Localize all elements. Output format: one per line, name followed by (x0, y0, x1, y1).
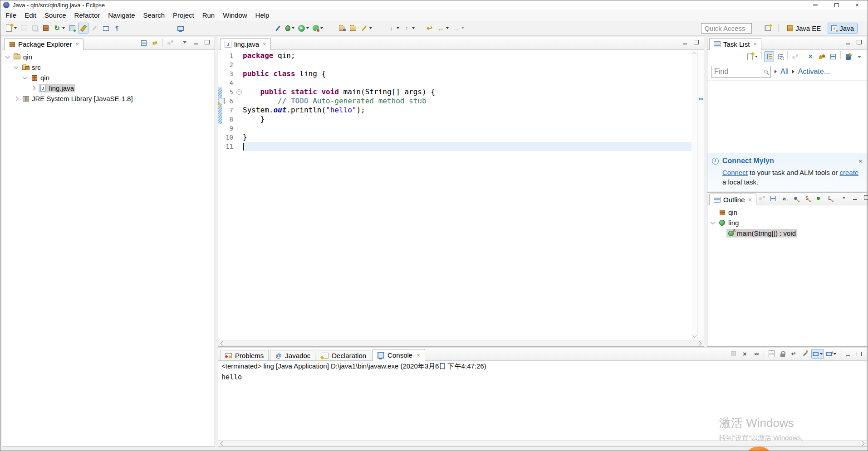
pin-console-button[interactable] (800, 349, 810, 359)
menu-source[interactable]: Source (40, 10, 70, 21)
menu-run[interactable]: Run (198, 10, 219, 21)
code-line-4[interactable]: 4 (218, 78, 691, 87)
code-line-7[interactable]: 7System.out.println("hello"); (218, 106, 691, 115)
close-icon[interactable]: × (858, 158, 862, 165)
chevron-down-icon[interactable] (711, 220, 715, 224)
run-button[interactable] (297, 23, 310, 34)
tree-item-qin[interactable]: qin (2, 73, 215, 83)
maximize-button[interactable] (854, 37, 864, 48)
run-external-tools-button[interactable] (311, 23, 324, 34)
tab-outline[interactable]: Outline × (709, 194, 756, 205)
minimize-button[interactable] (680, 37, 690, 48)
maximize-button[interactable] (691, 37, 701, 48)
terminate-button[interactable] (728, 349, 739, 359)
close-icon[interactable]: × (417, 352, 420, 359)
tab-task-list[interactable]: Task List × (709, 38, 761, 50)
search-button[interactable] (78, 23, 88, 34)
previous-annotation-button[interactable] (402, 23, 416, 34)
tab-declaration[interactable]: Declaration (317, 350, 371, 361)
maximize-button[interactable] (854, 349, 864, 359)
tree-item-ling-java[interactable]: Jling.java (2, 83, 215, 93)
code-line-9[interactable]: 9 (218, 124, 691, 133)
menu-navigate[interactable]: Navigate (104, 10, 139, 21)
code-line-3[interactable]: 3public class ling { (218, 69, 691, 78)
new-java-ee-resource-button[interactable] (67, 23, 77, 34)
tree-item-qin[interactable]: qin (707, 207, 867, 218)
hide-non-public-members-button[interactable] (813, 194, 824, 203)
dropdown-arrow-icon[interactable] (14, 27, 17, 29)
maximize-window-button[interactable] (826, 0, 847, 10)
open-task-button[interactable] (337, 23, 347, 34)
all-link[interactable]: All (780, 68, 789, 76)
word-wrap-button[interactable] (789, 349, 799, 359)
debug-button[interactable] (284, 23, 296, 34)
close-window-button[interactable]: × (847, 0, 868, 10)
focus-on-workweek-button[interactable] (790, 51, 800, 62)
next-annotation-button[interactable] (386, 23, 401, 34)
close-icon[interactable]: × (749, 196, 752, 203)
remove-all-terminated-launches-button[interactable] (751, 349, 761, 359)
tree-item-qin[interactable]: qin (2, 52, 215, 62)
close-icon[interactable]: × (753, 41, 757, 48)
code-line-2[interactable]: 2 (218, 60, 691, 69)
dropdown-arrow-icon[interactable] (320, 27, 323, 29)
last-edit-location-button[interactable] (424, 23, 435, 34)
editor-vertical-scrollbar[interactable] (691, 50, 697, 340)
overview-ruler[interactable] (697, 50, 704, 340)
close-icon[interactable]: × (75, 41, 79, 48)
tree-item-ling[interactable]: ling (707, 218, 867, 228)
dropdown-arrow-icon[interactable] (412, 27, 415, 29)
forward-button[interactable] (451, 23, 466, 34)
minimize-button[interactable] (850, 192, 860, 203)
maximize-button[interactable] (861, 192, 868, 203)
dropdown-arrow-icon[interactable] (306, 27, 309, 29)
new-task-button[interactable] (745, 51, 759, 62)
dropdown-arrow-icon[interactable] (446, 27, 449, 29)
clear-console-button[interactable] (766, 349, 777, 359)
focus-on-active-task-button[interactable] (757, 194, 767, 203)
new-java-package-button[interactable] (41, 23, 51, 34)
scroll-right-icon[interactable] (697, 341, 702, 346)
collapse-all-button[interactable] (768, 194, 778, 203)
chevron-right-icon[interactable] (14, 97, 19, 101)
task-marker-icon[interactable] (219, 98, 225, 104)
perspective-java-ee-button[interactable]: Java EE (784, 23, 824, 34)
save-button[interactable] (19, 23, 29, 34)
connect-link[interactable]: Connect (722, 169, 748, 176)
collapse-all-button[interactable] (828, 51, 838, 62)
activate-link[interactable]: Activate... (798, 68, 830, 76)
back-button[interactable] (436, 23, 450, 34)
minimize-button[interactable] (843, 37, 853, 48)
chevron-right-icon[interactable] (31, 86, 36, 91)
maximize-button[interactable] (202, 37, 212, 48)
mark-occurrences-button[interactable] (89, 23, 100, 34)
dropdown-arrow-icon[interactable] (461, 27, 464, 29)
categorized-button[interactable] (764, 51, 774, 62)
code-editor[interactable]: 1package qin;23public class ling {45− pu… (218, 50, 691, 340)
scroll-down-icon[interactable] (692, 334, 697, 338)
menu-file[interactable]: File (1, 10, 20, 21)
open-task-repository-button[interactable] (348, 23, 358, 34)
view-menu-button[interactable] (839, 192, 849, 203)
menu-window[interactable]: Window (219, 10, 251, 21)
link-with-editor-button[interactable] (150, 38, 160, 48)
save-all-button[interactable] (30, 23, 40, 34)
code-line-8[interactable]: 8 } (218, 115, 691, 124)
fold-collapse-icon[interactable]: − (236, 89, 242, 95)
tab-package-explorer[interactable]: Package Explorer × (4, 38, 83, 50)
chevron-down-icon[interactable] (23, 75, 27, 79)
menu-edit[interactable]: Edit (20, 10, 40, 21)
close-icon[interactable]: × (263, 41, 266, 48)
scroll-up-icon[interactable] (692, 52, 697, 57)
display-selected-console-button[interactable] (811, 349, 824, 359)
scroll-left-icon[interactable] (221, 341, 225, 346)
create-link[interactable]: create (839, 169, 858, 176)
scroll-right-icon[interactable] (860, 441, 865, 446)
code-line-11[interactable]: 11 (218, 142, 691, 151)
tree-item-src[interactable]: src (2, 62, 215, 73)
synchronize-button[interactable] (843, 51, 853, 62)
view-menu-button[interactable] (179, 37, 190, 48)
remove-launch-button[interactable] (740, 349, 750, 359)
tree-item-jre-system-library-javase-1-8[interactable]: JRE System Library [JavaSE-1.8] (2, 93, 215, 104)
menu-project[interactable]: Project (169, 10, 198, 21)
